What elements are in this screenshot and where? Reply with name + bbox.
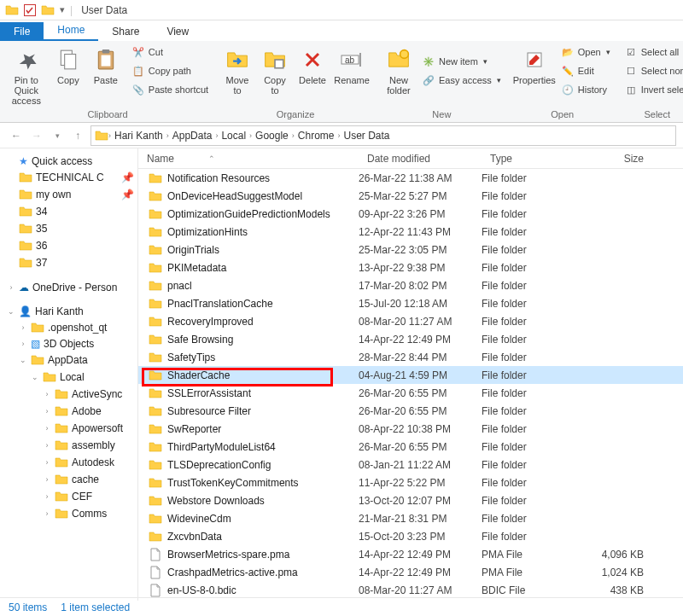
qat-checkbox-icon[interactable] <box>24 4 36 16</box>
sidebar-item[interactable]: ›Autodesk <box>0 454 137 471</box>
sidebar-item[interactable]: 34 <box>0 203 137 220</box>
tab-file[interactable]: File <box>0 22 44 41</box>
table-row[interactable]: Subresource Filter26-Mar-20 6:55 PMFile … <box>138 402 683 420</box>
table-row[interactable]: OptimizationGuidePredictionModels09-Apr-… <box>138 205 683 223</box>
select-all-button[interactable]: ☑Select all <box>621 44 683 61</box>
table-row[interactable]: pnacl17-Mar-20 8:02 PMFile folder <box>138 276 683 294</box>
copy-to-button[interactable]: Copy to <box>256 43 294 99</box>
table-row[interactable]: SafetyTips28-Mar-22 8:44 PMFile folder <box>138 348 683 366</box>
col-size-header[interactable]: Size <box>582 153 659 165</box>
col-name-header[interactable]: Name <box>147 153 174 165</box>
sidebar-item[interactable]: 36 <box>0 237 137 254</box>
table-row[interactable]: Safe Browsing14-Apr-22 12:49 PMFile fold… <box>138 330 683 348</box>
sidebar-local[interactable]: ⌄Local <box>0 369 137 386</box>
table-row[interactable]: en-US-8-0.bdic08-Mar-20 11:27 AMBDIC Fil… <box>138 581 683 599</box>
move-to-button[interactable]: Move to <box>219 43 256 99</box>
file-date: 14-Apr-22 12:49 PM <box>359 334 482 346</box>
delete-button[interactable]: Delete <box>294 43 331 89</box>
rename-button[interactable]: ab Rename <box>331 43 372 89</box>
breadcrumb-seg[interactable]: Hari Kanth <box>111 130 166 142</box>
breadcrumb-seg[interactable]: AppData <box>169 130 216 142</box>
paste-button[interactable]: Paste <box>87 43 125 89</box>
file-type: File folder <box>482 459 582 471</box>
breadcrumb-seg[interactable]: Chrome <box>295 130 338 142</box>
sidebar-onedrive[interactable]: ›☁OneDrive - Person <box>0 280 137 295</box>
sidebar-item[interactable]: my own📌 <box>0 186 137 203</box>
nav-recent-button[interactable]: ▾ <box>48 126 67 145</box>
breadcrumb-seg[interactable]: Google <box>252 130 292 142</box>
file-type: File folder <box>482 298 582 310</box>
sidebar-item[interactable]: ›CEF <box>0 488 137 505</box>
select-none-button[interactable]: ☐Select none <box>621 62 683 79</box>
file-size: 1,024 KB <box>582 567 659 578</box>
pin-quick-access-button[interactable]: Pin to Quick access <box>3 43 50 109</box>
table-row[interactable]: SSLErrorAssistant26-Mar-20 6:55 PMFile f… <box>138 384 683 402</box>
table-row[interactable]: RecoveryImproved08-Mar-20 11:27 AMFile f… <box>138 312 683 330</box>
sidebar-item[interactable]: ›Comms <box>0 505 137 522</box>
col-type-header[interactable]: Type <box>482 153 582 165</box>
file-date: 26-Mar-20 6:55 PM <box>359 405 482 417</box>
copy-path-button[interactable]: 📋Copy path <box>128 62 212 79</box>
table-row[interactable]: CrashpadMetrics-active.pma14-Apr-22 12:4… <box>138 563 683 581</box>
table-row[interactable]: ZxcvbnData15-Oct-20 3:23 PMFile folder <box>138 527 683 545</box>
table-row[interactable]: BrowserMetrics-spare.pma14-Apr-22 12:49 … <box>138 545 683 563</box>
table-row[interactable]: ThirdPartyModuleList6426-Mar-20 6:55 PMF… <box>138 438 683 456</box>
properties-button[interactable]: Properties <box>511 43 557 89</box>
file-name: Safe Browsing <box>167 334 233 346</box>
tab-view[interactable]: View <box>153 22 202 41</box>
tab-share[interactable]: Share <box>98 22 153 41</box>
file-type: PMA File <box>482 567 582 578</box>
edit-button[interactable]: ✏️Edit <box>557 62 614 79</box>
history-button[interactable]: 🕘History <box>557 81 614 98</box>
file-type: File folder <box>482 405 582 417</box>
sidebar-item[interactable]: ⌄AppData <box>0 352 137 369</box>
copy-button[interactable]: Copy <box>50 43 87 89</box>
table-row[interactable]: TLSDeprecationConfig08-Jan-21 11:22 AMFi… <box>138 456 683 474</box>
breadcrumb-seg[interactable]: Local <box>218 130 249 142</box>
table-row[interactable]: PnaclTranslationCache15-Jul-20 12:18 AMF… <box>138 294 683 312</box>
tab-home[interactable]: Home <box>44 20 98 41</box>
invert-selection-button[interactable]: ◫Invert sele <box>621 81 683 98</box>
qat-folder-icon[interactable] <box>41 3 55 17</box>
nav-pane[interactable]: ★Quick access TECHNICAL C📌my own📌3435363… <box>0 148 138 601</box>
sidebar-item[interactable]: 35 <box>0 220 137 237</box>
file-date: 25-Mar-22 3:05 PM <box>359 244 482 256</box>
sidebar-item[interactable]: 37 <box>0 254 137 271</box>
sidebar-item[interactable]: ›.openshot_qt <box>0 319 137 336</box>
sidebar-user[interactable]: ⌄👤Hari Kanth <box>0 304 137 319</box>
file-type: File folder <box>482 262 582 274</box>
paste-shortcut-button[interactable]: 📎Paste shortcut <box>128 81 212 98</box>
nav-back-button[interactable]: ← <box>7 126 26 145</box>
file-date: 15-Jul-20 12:18 AM <box>359 298 482 310</box>
new-item-button[interactable]: ✳️New item▾ <box>418 53 505 70</box>
table-row[interactable]: PKIMetadata13-Apr-22 9:38 PMFile folder <box>138 259 683 276</box>
sidebar-quick-access[interactable]: ★Quick access <box>0 154 137 169</box>
table-row[interactable]: WidevineCdm21-Mar-21 8:31 PMFile folder <box>138 509 683 527</box>
open-button[interactable]: 📂Open▾ <box>557 44 614 61</box>
table-row[interactable]: OptimizationHints12-Apr-22 11:43 PMFile … <box>138 223 683 241</box>
table-row[interactable]: SwReporter08-Apr-22 10:38 PMFile folder <box>138 420 683 438</box>
nav-forward-button[interactable]: → <box>27 126 46 145</box>
table-row[interactable]: TrustTokenKeyCommitments11-Apr-22 5:22 P… <box>138 474 683 491</box>
sidebar-item[interactable]: ›cache <box>0 471 137 488</box>
sidebar-item[interactable]: ›▧3D Objects <box>0 336 137 352</box>
nav-up-button[interactable]: ↑ <box>68 126 87 145</box>
sidebar-item[interactable]: TECHNICAL C📌 <box>0 169 137 186</box>
sidebar-item[interactable]: ›ActiveSync <box>0 386 137 403</box>
table-row[interactable]: Notification Resources26-Mar-22 11:38 AM… <box>138 169 683 187</box>
sidebar-item[interactable]: ›assembly <box>0 437 137 454</box>
column-headers[interactable]: Name⌃ Date modified Type Size <box>138 148 683 169</box>
breadcrumb[interactable]: › Hari Kanth› AppData› Local› Google› Ch… <box>90 125 676 146</box>
new-folder-button[interactable]: New folder <box>379 43 418 99</box>
file-type: File folder <box>482 316 582 328</box>
cut-button[interactable]: ✂️Cut <box>128 44 212 61</box>
table-row[interactable]: OriginTrials25-Mar-22 3:05 PMFile folder <box>138 241 683 259</box>
easy-access-button[interactable]: 🔗Easy access▾ <box>418 72 505 89</box>
breadcrumb-seg[interactable]: User Data <box>340 130 393 142</box>
table-row[interactable]: OnDeviceHeadSuggestModel25-Mar-22 5:27 P… <box>138 187 683 205</box>
col-date-header[interactable]: Date modified <box>359 153 482 165</box>
sidebar-item[interactable]: ›Apowersoft <box>0 420 137 437</box>
table-row[interactable]: Webstore Downloads13-Oct-20 12:07 PMFile… <box>138 491 683 509</box>
file-name: BrowserMetrics-spare.pma <box>167 549 289 561</box>
sidebar-item[interactable]: ›Adobe <box>0 403 137 420</box>
